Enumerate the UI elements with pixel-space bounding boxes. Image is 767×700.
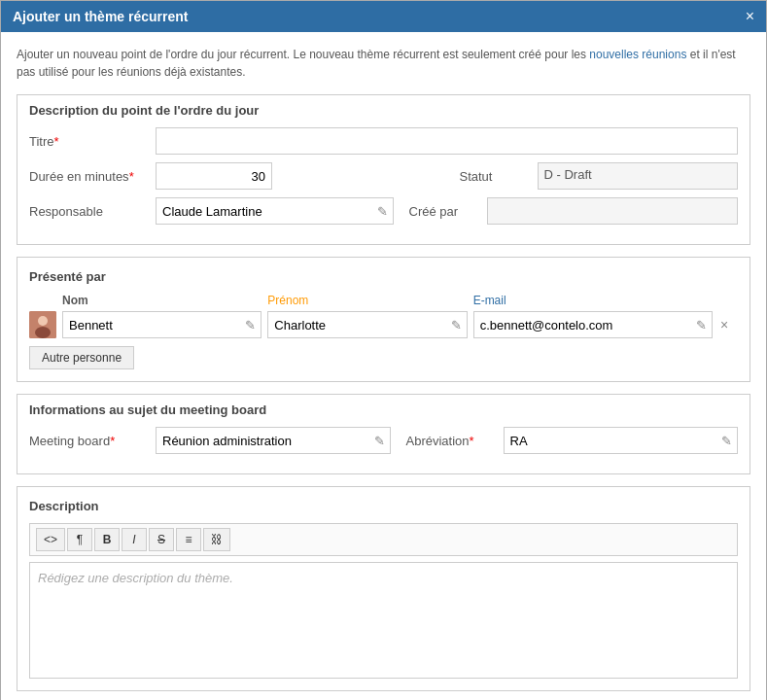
duree-statut-row: Durée en minutes* Statut D - Draft [29,162,738,190]
editor-toolbar: <> ¶ B I S ≡ ⛓ [29,523,738,556]
presenter-nom-edit-icon[interactable] [245,318,256,332]
abbreviation-edit-icon[interactable] [721,434,732,448]
nom-header: Nom [62,294,261,307]
editor-bold-btn[interactable]: B [94,528,120,551]
svg-point-1 [38,316,48,326]
close-button[interactable]: × [746,9,754,24]
info-text-part1: Ajouter un nouveau point de l'ordre du j… [17,48,589,61]
duree-input[interactable] [156,162,272,190]
presenter-nom-col [62,311,261,338]
presenter-email-input[interactable] [473,311,713,338]
presenter-row: × [29,311,738,338]
titre-input[interactable] [156,127,738,155]
editor-list-btn[interactable]: ≡ [176,528,201,551]
svg-point-2 [35,327,51,338]
meeting-board-input[interactable] [156,427,391,454]
abbreviation-label: Abréviation* [406,434,504,448]
meeting-board-section: Informations au sujet du meeting board M… [17,394,750,474]
dialog-title: Ajouter un thème récurrent [13,9,188,24]
autre-personne-button[interactable]: Autre personne [29,346,134,369]
presenter-section-title: Présenté par [29,269,738,284]
meeting-board-field [156,427,391,454]
duree-label: Durée en minutes* [29,169,156,184]
presenter-remove-button[interactable]: × [718,317,730,332]
abbreviation-input[interactable] [504,427,739,454]
prenom-header: Prénom [267,294,467,307]
presenter-email-field [473,311,713,338]
description-point-section: Description du point de l'ordre du jour … [17,94,750,245]
dialog: Ajouter un thème récurrent × Ajouter un … [0,0,767,700]
presenter-prenom-edit-icon[interactable] [451,318,462,332]
meeting-board-row: Meeting board* Abréviation* [29,427,738,454]
presenter-prenom-input[interactable] [267,311,467,338]
titre-row: Titre* [29,127,738,155]
presenter-col-headers: Nom Prénom E-mail [29,294,738,307]
cree-par-value [487,197,739,225]
responsable-edit-icon[interactable] [377,204,388,219]
editor-strikethrough-btn[interactable]: S [149,528,174,551]
autre-personne-container: Autre personne [29,346,738,369]
info-text: Ajouter un nouveau point de l'ordre du j… [17,46,750,81]
description-section: Description <> ¶ B I S ≡ ⛓ Rédigez une d… [17,486,750,691]
editor-paragraph-btn[interactable]: ¶ [67,528,92,551]
presenter-email-edit-icon[interactable] [696,318,707,332]
presenter-prenom-col [267,311,467,338]
editor-placeholder: Rédigez une description du thème. [38,571,233,585]
meeting-board-label: Meeting board* [29,434,156,448]
presenter-nom-input[interactable] [62,311,261,338]
description-title: Description [29,499,738,513]
statut-value: D - Draft [538,162,739,190]
responsable-field [156,197,394,225]
presenter-email-col [473,311,713,338]
description-point-title: Description du point de l'ordre du jour [29,103,738,118]
presenter-action-col: × [718,317,738,332]
editor-code-btn[interactable]: <> [36,528,65,551]
abbreviation-field [504,427,739,454]
titre-label: Titre* [29,134,156,149]
presenter-nom-field [62,311,261,338]
cree-par-label: Créé par [409,204,487,219]
email-header: E-mail [473,294,713,307]
dialog-header: Ajouter un thème récurrent × [1,1,766,32]
responsable-input[interactable] [156,197,394,225]
editor-italic-btn[interactable]: I [122,528,147,551]
dialog-body: Ajouter un nouveau point de l'ordre du j… [1,32,766,700]
presenter-prenom-field [267,311,467,338]
avatar [29,311,56,338]
responsable-label: Responsable [29,204,156,219]
meeting-board-edit-icon[interactable] [374,434,385,448]
editor-area[interactable]: Rédigez une description du thème. [29,562,738,679]
responsable-row: Responsable Créé par [29,197,738,225]
statut-label: Statut [460,169,538,184]
editor-link-btn[interactable]: ⛓ [203,528,230,551]
presenter-section: Présenté par Nom Prénom E-mail [17,257,750,382]
meeting-board-section-title: Informations au sujet du meeting board [29,402,738,417]
info-text-highlight: nouvelles réunions [589,48,686,61]
